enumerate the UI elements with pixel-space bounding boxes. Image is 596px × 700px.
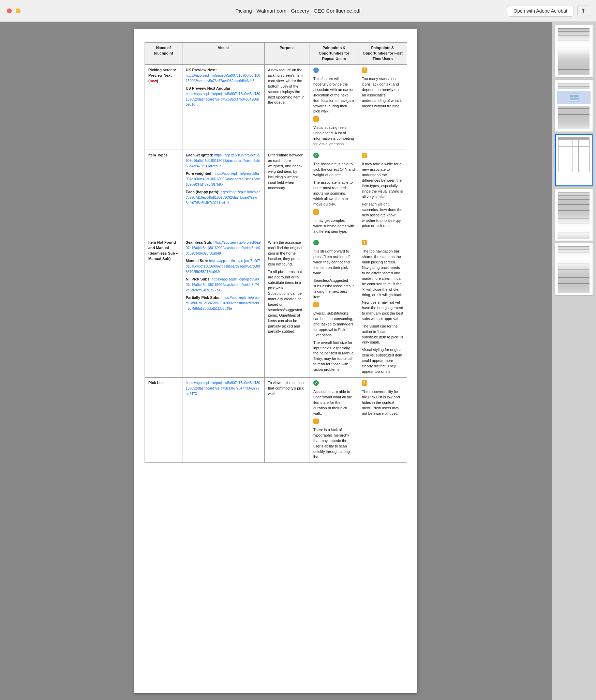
cell-visual-3: Seamless Sub: https://app.zeplin.io/proj… — [182, 237, 264, 378]
title-bar: Picking - Walmart.com - Grocery - GEC Co… — [0, 0, 596, 22]
share-button[interactable]: ⬆ — [577, 5, 589, 16]
main-table: Name of touchpoint Visual Purpose Painpo… — [145, 42, 407, 463]
touchpoint-name-2: Item Types — [148, 153, 168, 157]
share-icon: ⬆ — [581, 8, 585, 14]
header-repeat: Painpoints & Opportunities for Repeat Us… — [310, 43, 358, 65]
cell-first-1: ! Too many standalone icons lack context… — [358, 64, 407, 150]
cell-visual-4: https://app.zeplin.io/project/5a907d16a0… — [182, 378, 264, 463]
pdf-page: Name of touchpoint Visual Purpose Painpo… — [134, 29, 417, 693]
warn-icon: ! — [362, 240, 367, 245]
visual-line-1a: UK Preview Next: https://app.zeplin.io/p… — [186, 67, 261, 84]
info-icon: i — [313, 67, 319, 73]
header-purpose: Purpose — [264, 43, 310, 65]
title-bar-actions: Open with Adobe Acrobat ⬆ — [507, 5, 589, 17]
table-row: Picking screen: Preview Next (new) UK Pr… — [145, 64, 407, 150]
thumb-preview-3 — [557, 136, 591, 184]
thumb-preview-5 — [557, 245, 591, 293]
thumb-image-2 — [557, 91, 591, 104]
cell-purpose-4: To view all the items in that commodity'… — [264, 378, 310, 463]
table-header-row: Name of touchpoint Visual Purpose Painpo… — [145, 43, 407, 65]
pdf-content-area[interactable]: Name of touchpoint Visual Purpose Painpo… — [0, 22, 552, 700]
warn-icon: ! — [362, 380, 367, 386]
warn-icon: ! — [313, 419, 319, 424]
window-controls — [7, 9, 20, 13]
table-row: Item Types Each weighted: https://app.ze… — [145, 150, 407, 237]
visual-link-4a[interactable]: https://app.zeplin.io/project/5a907d16a0… — [186, 381, 260, 396]
cell-visual-1: UK Preview Next: https://app.zeplin.io/p… — [182, 64, 264, 150]
svg-rect-3 — [574, 95, 578, 97]
cell-touchpoint-3: Item Not Found and Manual (Seamless Sub … — [145, 237, 182, 378]
open-with-button[interactable]: Open with Adobe Acrobat — [507, 5, 574, 17]
close-button[interactable] — [7, 9, 12, 13]
thumbnail-page-3[interactable] — [555, 134, 593, 186]
cell-first-3: ! The top navigation bar shares the same… — [358, 237, 407, 378]
check-icon: ✓ — [313, 240, 319, 245]
thumbnail-page-1[interactable] — [555, 25, 593, 77]
new-badge: new — [150, 79, 157, 83]
warn-icon: ! — [362, 153, 367, 158]
visual-link-1a[interactable]: https://app.zeplin.io/project/5a907d16a0… — [186, 74, 260, 83]
header-visual: Visual — [182, 43, 264, 65]
touchpoint-name-4: Pick List — [148, 381, 164, 385]
thumbnail-panel[interactable] — [552, 22, 596, 700]
header-firsttime: Painpoints & Opportunities for First Tim… — [358, 43, 407, 65]
touchpoint-name-3: Item Not Found and Manual (Seamless Sub … — [148, 240, 178, 261]
cell-purpose-3: When the associate can't find the origin… — [264, 237, 310, 378]
svg-rect-2 — [570, 95, 573, 97]
svg-rect-4 — [570, 98, 578, 100]
main-layout: Name of touchpoint Visual Purpose Painpo… — [0, 22, 596, 700]
table-row: Item Not Found and Manual (Seamless Sub … — [145, 237, 407, 378]
warn-icon: ! — [313, 209, 319, 215]
cell-repeat-2: ✓ The associate is able to pick the corr… — [310, 150, 358, 237]
cell-touchpoint-1: Picking screen: Preview Next (new) — [145, 64, 182, 150]
check-icon: ✓ — [313, 153, 319, 158]
cell-repeat-4: ✓ Associates are able to understand what… — [310, 378, 358, 463]
thumbnail-page-2[interactable] — [555, 80, 593, 132]
touchpoint-name-1: Picking screen: Preview Next (new) — [148, 68, 176, 83]
cell-first-4: ! The discoverability for the Pick List … — [358, 378, 407, 463]
visual-link-1b[interactable]: https://app.zeplin.io/project/5a907d16a0… — [186, 92, 260, 107]
thumbnail-page-4[interactable] — [555, 189, 593, 241]
check-icon: ✓ — [313, 380, 319, 386]
cell-repeat-3: ✓ It is straightforward to press "item n… — [310, 237, 358, 378]
window-title: Picking - Walmart.com - Grocery - GEC Co… — [235, 8, 360, 14]
thumb-preview-1 — [557, 27, 591, 75]
warn-icon: ! — [313, 116, 319, 122]
thumb-preview-2 — [557, 82, 591, 130]
table-row: Pick List https://app.zeplin.io/project/… — [145, 378, 407, 463]
visual-line-1b: US Preview Next Angular: https://app.zep… — [186, 86, 261, 108]
minimize-button[interactable] — [16, 9, 20, 13]
cell-purpose-2: Differentiate between an each, pure-weig… — [264, 150, 310, 237]
header-touchpoint: Name of touchpoint — [145, 43, 182, 65]
thumb-preview-4 — [557, 191, 591, 239]
warn-icon: ! — [362, 67, 367, 73]
cell-visual-2: Each weighted: https://app.zeplin.io/pro… — [182, 150, 264, 237]
cell-first-2: ! It may take a while for a new associat… — [358, 150, 407, 237]
cell-touchpoint-2: Item Types — [145, 150, 182, 237]
cell-touchpoint-4: Pick List — [145, 378, 182, 463]
cell-repeat-1: i This feature will hopefully provide th… — [310, 64, 358, 150]
cell-purpose-1: A new feature on the picking screen's it… — [264, 64, 310, 150]
warn-icon: ! — [313, 302, 319, 307]
thumbnail-page-5[interactable] — [555, 243, 593, 295]
